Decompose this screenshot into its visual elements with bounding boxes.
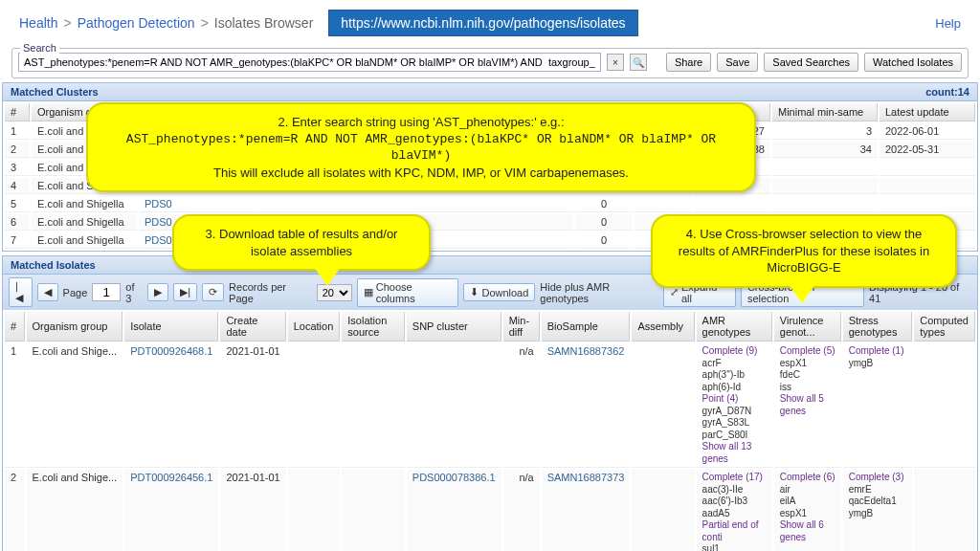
columns-icon: ▦ xyxy=(364,286,373,298)
prev-page-icon[interactable]: ◀ xyxy=(37,283,58,301)
matched-isolates-table: # Organism group Isolate Create date Loc… xyxy=(2,310,978,551)
help-link[interactable]: Help xyxy=(935,16,961,31)
refresh-icon[interactable]: ⟳ xyxy=(202,283,224,301)
callout-step3: 3. Download table of results and/or isol… xyxy=(172,214,431,271)
page-input[interactable] xyxy=(92,283,121,301)
search-icon[interactable]: 🔍 xyxy=(630,54,647,71)
save-button[interactable]: Save xyxy=(717,53,758,72)
breadcrumb-current: Isolates Browser xyxy=(214,15,313,31)
col-latest[interactable]: Latest update xyxy=(880,103,975,121)
hide-plus-amr-link[interactable]: Hide plus AMR genotypes xyxy=(540,281,658,304)
col-minsame[interactable]: Minimal min-same xyxy=(772,103,878,121)
matched-clusters-header: Matched Clusters count:14 xyxy=(2,82,978,101)
search-input[interactable] xyxy=(18,53,601,72)
chevron-right-icon: > xyxy=(63,15,71,31)
callout-step4: 4. Use Cross-browser selection to view t… xyxy=(651,214,957,288)
expand-icon: ⤢ xyxy=(670,286,679,298)
breadcrumb-pathogen[interactable]: Pathogen Detection xyxy=(78,15,195,31)
choose-columns-button[interactable]: ▦Choose columns xyxy=(357,278,459,307)
records-per-page-select[interactable]: 20 xyxy=(317,284,352,301)
table-row[interactable]: 1E.coli and Shige...PDT000926468.12021-0… xyxy=(5,343,975,468)
search-panel: Search × 🔍 Share Save Saved Searches Wat… xyxy=(11,48,969,78)
clear-icon[interactable]: × xyxy=(607,54,624,71)
share-button[interactable]: Share xyxy=(666,53,711,72)
search-label: Search xyxy=(20,42,59,54)
next-page-icon[interactable]: ▶ xyxy=(147,283,168,301)
download-icon: ⬇ xyxy=(470,286,479,298)
callout-step2: 2. Enter search string using 'AST_phenot… xyxy=(86,102,756,192)
saved-searches-button[interactable]: Saved Searches xyxy=(764,53,858,72)
breadcrumb-health[interactable]: Health xyxy=(19,15,57,31)
col-idx[interactable]: # xyxy=(5,103,30,121)
download-button[interactable]: ⬇Download xyxy=(463,283,535,301)
chevron-right-icon: > xyxy=(201,15,209,31)
table-row[interactable]: 2E.coli and Shige...PDT000926456.12021-0… xyxy=(5,470,975,551)
table-row[interactable]: 5E.coli and ShigellaPDS00 xyxy=(5,196,975,212)
breadcrumb: Health > Pathogen Detection > Isolates B… xyxy=(0,0,980,46)
url-badge: https://www.ncbi.nlm.nih.gov/pathogens/i… xyxy=(328,10,637,36)
watched-isolates-button[interactable]: Watched Isolates xyxy=(864,53,962,72)
first-page-icon[interactable]: |◀ xyxy=(9,277,33,307)
last-page-icon[interactable]: ▶| xyxy=(173,283,197,301)
